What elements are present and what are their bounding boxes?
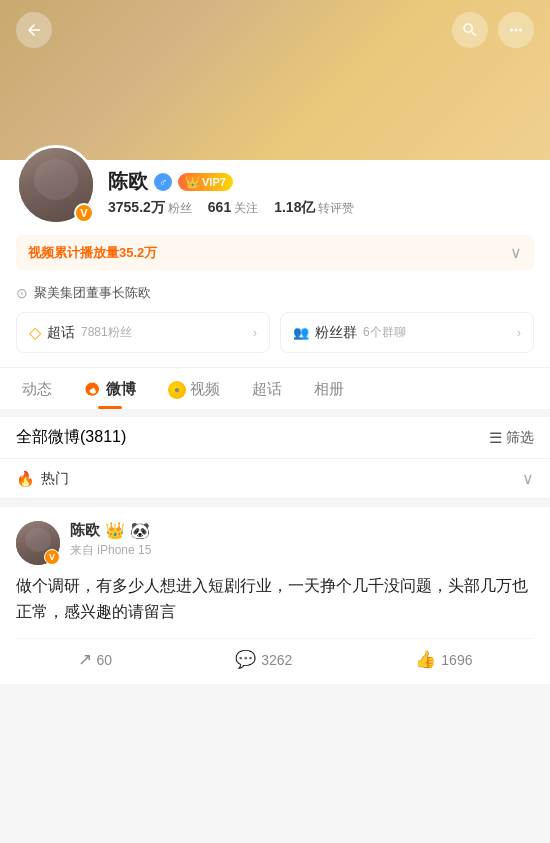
tab-shipin[interactable]: ● 视频 xyxy=(154,368,234,409)
video-views-bar[interactable]: 视频累计播放量35.2万 ∨ xyxy=(16,235,534,270)
bio-icon: ⊙ xyxy=(16,285,28,301)
diamond-icon: ◇ xyxy=(29,323,41,342)
likes-num: 1.18亿 xyxy=(274,199,315,217)
post-card: V 陈欧 👑 🐼 来自 iPhone 15 做个调研，有多少人想进入短剧行业，一… xyxy=(0,507,550,684)
verified-badge: V xyxy=(74,203,94,223)
repost-count: 60 xyxy=(97,652,113,668)
bio-text: 聚美集团董事长陈欧 xyxy=(34,284,151,302)
tab-weibo-label: 微博 xyxy=(106,380,136,399)
fan-group-left: 👥 粉丝群 6个群聊 xyxy=(293,324,406,342)
tab-chaohua[interactable]: 超话 xyxy=(238,368,296,409)
followers-stat: 3755.2万 粉丝 xyxy=(108,199,192,217)
tab-xiangce-label: 相册 xyxy=(314,380,344,399)
filter-lines-icon: ☰ xyxy=(489,429,502,447)
stats-row: 3755.2万 粉丝 661 关注 1.18亿 转评赞 xyxy=(108,199,534,217)
following-num: 661 xyxy=(208,199,231,215)
collapse-icon: ∨ xyxy=(510,243,522,262)
search-button[interactable] xyxy=(452,12,488,48)
super-topic-sub: 7881粉丝 xyxy=(81,324,132,341)
tab-dongtai-label: 动态 xyxy=(22,380,52,399)
repost-icon: ↗ xyxy=(78,649,92,670)
vip-level: VIP7 xyxy=(202,176,226,188)
avatar-row: V 陈欧 ♂ 👑 VIP7 3755.2万 粉丝 661 xyxy=(16,160,534,225)
post-source: 来自 iPhone 15 xyxy=(70,542,534,559)
tab-weibo[interactable]: 微博 xyxy=(70,368,150,409)
like-count: 1696 xyxy=(441,652,472,668)
post-avatar-wrap: V xyxy=(16,521,60,565)
hot-label: 热门 xyxy=(41,470,69,488)
tabs-section: 动态 微博 ● 视频 超话 相册 xyxy=(0,367,550,409)
filter-button[interactable]: ☰ 筛选 xyxy=(489,429,534,447)
post-verified-badge: V xyxy=(44,549,60,565)
filter-bar: 全部微博(3811) ☰ 筛选 xyxy=(0,417,550,459)
following-label: 关注 xyxy=(234,200,258,217)
tab-dongtai[interactable]: 动态 xyxy=(8,368,66,409)
super-topic-card[interactable]: ◇ 超话 7881粉丝 › xyxy=(16,312,270,353)
more-button[interactable] xyxy=(498,12,534,48)
filter-btn-label: 筛选 xyxy=(506,429,534,447)
avatar-wrap: V xyxy=(16,145,96,225)
repost-button[interactable]: ↗ 60 xyxy=(78,649,113,670)
header-nav xyxy=(0,0,550,60)
nav-right xyxy=(452,12,534,48)
like-icon: 👍 xyxy=(415,649,436,670)
profile-section: V 陈欧 ♂ 👑 VIP7 3755.2万 粉丝 661 xyxy=(0,160,550,367)
profile-info: 陈欧 ♂ 👑 VIP7 3755.2万 粉丝 661 关注 xyxy=(108,168,534,225)
panda-emoji-icon: 🐼 xyxy=(130,521,150,540)
profile-name: 陈欧 xyxy=(108,168,148,195)
tab-chaohua-label: 超话 xyxy=(252,380,282,399)
super-topic-left: ◇ 超话 7881粉丝 xyxy=(29,323,132,342)
tab-shipin-label: 视频 xyxy=(190,380,220,399)
comment-button[interactable]: 💬 3262 xyxy=(235,649,292,670)
post-author-name: 陈欧 xyxy=(70,521,100,540)
hot-arrow-icon: ∨ xyxy=(522,469,534,488)
fire-icon: 🔥 xyxy=(16,470,35,488)
fan-group-card[interactable]: 👥 粉丝群 6个群聊 › xyxy=(280,312,534,353)
post-body: 做个调研，有多少人想进入短剧行业，一天挣个几千没问题，头部几万也正常，感兴趣的请… xyxy=(16,573,534,624)
fan-group-arrow: › xyxy=(517,326,521,340)
fan-group-label: 粉丝群 xyxy=(315,324,357,342)
video-views-text: 视频累计播放量35.2万 xyxy=(28,244,157,262)
post-actions: ↗ 60 💬 3262 👍 1696 xyxy=(16,638,534,670)
super-topic-label: 超话 xyxy=(47,324,75,342)
super-topic-arrow: › xyxy=(253,326,257,340)
like-button[interactable]: 👍 1696 xyxy=(415,649,472,670)
gender-icon: ♂ xyxy=(154,173,172,191)
people-icon: 👥 xyxy=(293,325,309,340)
bio-row: ⊙ 聚美集团董事长陈欧 xyxy=(16,278,534,312)
post-header: V 陈欧 👑 🐼 来自 iPhone 15 xyxy=(16,521,534,565)
followers-num: 3755.2万 xyxy=(108,199,165,217)
hot-left: 🔥 热门 xyxy=(16,470,69,488)
vip-badge: 👑 VIP7 xyxy=(178,173,233,191)
name-row: 陈欧 ♂ 👑 VIP7 xyxy=(108,168,534,195)
likes-label: 转评赞 xyxy=(318,200,354,217)
followers-label: 粉丝 xyxy=(168,200,192,217)
crown-emoji-icon: 👑 xyxy=(105,521,125,540)
comment-count: 3262 xyxy=(261,652,292,668)
back-button[interactable] xyxy=(16,12,52,48)
vip-crown-icon: 👑 xyxy=(185,175,200,189)
post-meta: 陈欧 👑 🐼 来自 iPhone 15 xyxy=(70,521,534,559)
likes-stat: 1.18亿 转评赞 xyxy=(274,199,354,217)
group-row: ◇ 超话 7881粉丝 › 👥 粉丝群 6个群聊 › xyxy=(16,312,534,367)
tab-xiangce[interactable]: 相册 xyxy=(300,368,358,409)
comment-icon: 💬 xyxy=(235,649,256,670)
video-circle-icon: ● xyxy=(168,381,186,399)
hot-section[interactable]: 🔥 热门 ∨ xyxy=(0,459,550,499)
filter-count-label: 全部微博(3811) xyxy=(16,427,126,448)
post-name-row: 陈欧 👑 🐼 xyxy=(70,521,534,540)
following-stat: 661 关注 xyxy=(208,199,258,217)
fan-group-sub: 6个群聊 xyxy=(363,324,406,341)
banner xyxy=(0,0,550,160)
